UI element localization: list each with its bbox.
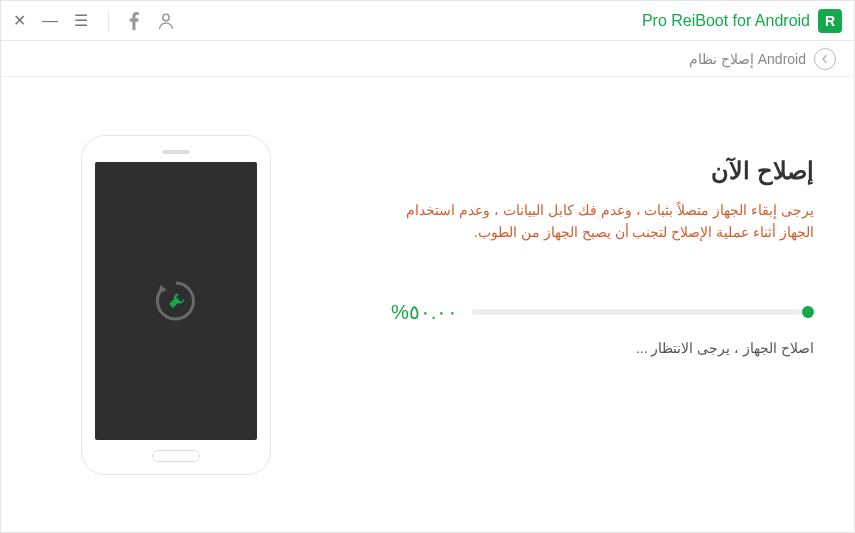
progress-fill [802, 306, 814, 318]
warning-text: يرجى إبقاء الجهاز متصلاً بثبات ، وعدم فك… [391, 199, 814, 244]
phone-screen [95, 162, 257, 440]
titlebar-left: ✕ — ☰ [13, 10, 175, 32]
phone-home-icon [152, 450, 200, 462]
phone-speaker-icon [162, 150, 190, 154]
facebook-icon[interactable] [129, 12, 139, 30]
titlebar-right: Pro ReiBoot for Android R [642, 9, 842, 33]
logo-icon: R [818, 9, 842, 33]
menu-icon[interactable]: ☰ [74, 11, 88, 30]
app-title: Pro ReiBoot for Android [642, 12, 810, 30]
window-controls: ✕ — ☰ [13, 11, 88, 30]
back-button[interactable] [814, 48, 836, 70]
right-panel: إصلاح الآن يرجى إبقاء الجهاز متصلاً بثبا… [331, 107, 834, 502]
page-title: إصلاح الآن [711, 157, 814, 185]
status-text: اصلاح الجهاز ، يرجى الانتظار ... [636, 340, 814, 356]
breadcrumb: إصلاح نظام Android [1, 41, 854, 77]
content: إصلاح الآن يرجى إبقاء الجهاز متصلاً بثبا… [1, 77, 854, 532]
progress-bar [472, 309, 814, 315]
user-icon[interactable] [157, 12, 175, 30]
repair-icon [151, 276, 201, 326]
divider [108, 10, 109, 32]
titlebar: ✕ — ☰ Pro ReiBoot for Android R [1, 1, 854, 41]
minimize-icon[interactable]: — [42, 12, 58, 30]
svg-marker-1 [159, 285, 167, 293]
phone-illustration [81, 135, 271, 475]
social-icons [129, 12, 175, 30]
progress-percent: ٥٠.٠٠% [391, 300, 458, 324]
close-icon[interactable]: ✕ [13, 11, 26, 30]
svg-point-0 [163, 14, 169, 20]
left-panel [21, 107, 331, 502]
progress-row: ٥٠.٠٠% [391, 300, 814, 324]
breadcrumb-label: إصلاح نظام Android [689, 51, 806, 67]
arrow-left-icon [820, 54, 830, 64]
